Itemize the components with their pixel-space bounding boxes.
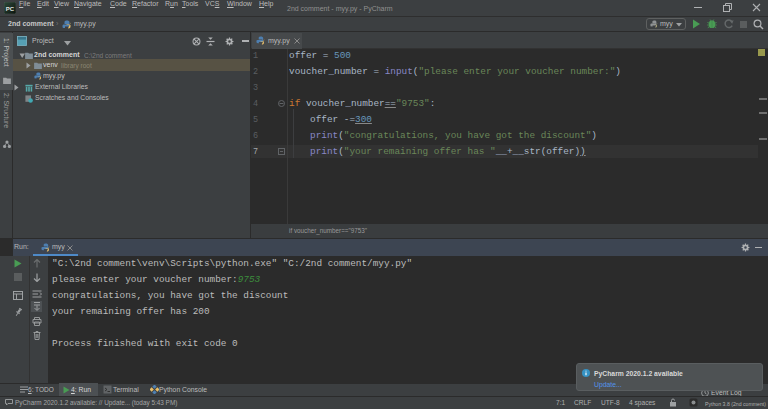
svg-text:PC: PC [6,6,15,12]
